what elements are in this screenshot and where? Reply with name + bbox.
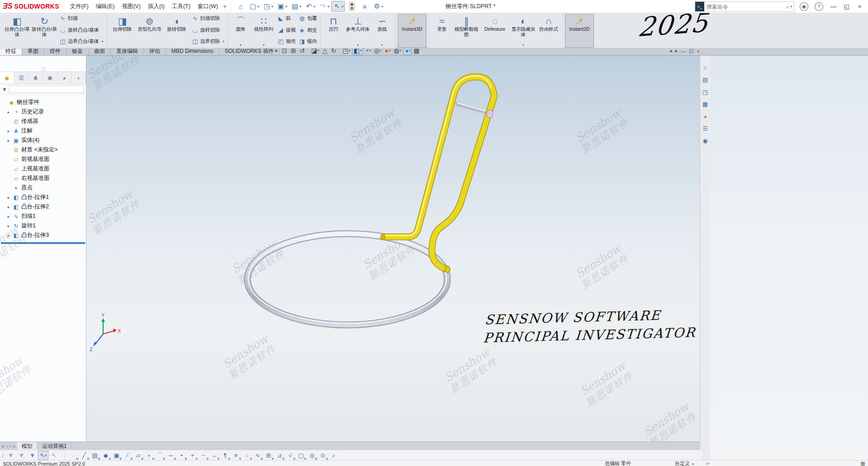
filter-connection-points-button[interactable]: ⊙ xyxy=(318,451,328,460)
menu-insert[interactable]: 插入(I) xyxy=(144,1,168,12)
extruded-cut-button[interactable]: ◨ 拉伸切除 xyxy=(109,14,136,48)
tab-nav-icon[interactable]: ‹ xyxy=(6,444,8,449)
options-button[interactable]: ⚙ ▾ xyxy=(371,1,385,12)
customize-menu[interactable]: 自定义 ▴ xyxy=(675,460,694,466)
tree-item-sensors[interactable]: ◴ 传感器 xyxy=(0,117,86,126)
graphics-area[interactable]: Senshow新思诺软件 Senshow新思诺软件 Senshow新思诺软件 S… xyxy=(86,55,700,442)
swept-cut-button[interactable]: ∿扫描切除 xyxy=(192,15,225,22)
tree-item-revolve1[interactable]: ▸ ↻ 旋转1 xyxy=(0,221,86,231)
curves-button[interactable]: ∽ 曲线 ▾ xyxy=(372,14,393,48)
extruded-boss-button[interactable]: ◧ 拉伸凸台/基体 xyxy=(4,14,30,48)
filter-midpoints-button[interactable]: • xyxy=(176,451,187,460)
linear-pattern-button[interactable]: ∷ 线性阵列 ▾ xyxy=(252,14,275,48)
filter-weld-symbols-button[interactable]: ∿ xyxy=(252,451,263,460)
revolved-cut-button[interactable]: ◖ 旋转切除 xyxy=(164,14,190,48)
tag-icon[interactable]: ▱ xyxy=(706,461,709,466)
deform-button[interactable]: ≈ 变形 xyxy=(432,14,452,48)
menu-window[interactable]: 窗口(W) xyxy=(194,1,222,12)
tab-scroll-left-button[interactable]: ◂ xyxy=(669,48,672,54)
filter-center-marks-button[interactable]: + xyxy=(187,451,198,460)
freestyle-button[interactable]: ∩ 自由样式 xyxy=(537,14,560,48)
print-button[interactable]: ▤ ▾ xyxy=(289,1,303,12)
featuremanager-tree-tab[interactable]: ◆ xyxy=(0,72,14,84)
expand-arrow-icon[interactable]: ▸ xyxy=(6,205,11,209)
filter-surface-bodies-button[interactable]: ◆ xyxy=(100,451,111,460)
expand-arrow-icon[interactable]: ▸ xyxy=(6,233,11,238)
model-rod-cap[interactable] xyxy=(487,110,493,118)
filter-planes-button[interactable]: ▱ xyxy=(133,451,143,460)
filter-centerlines-button[interactable]: ┄ xyxy=(198,451,209,460)
filter-solid-bodies-button[interactable]: ▣ xyxy=(111,451,122,460)
tree-item-top-plane[interactable]: ▱ 上视基准面 xyxy=(0,164,86,174)
save-button[interactable]: ▣ ▾ xyxy=(275,1,289,12)
tree-item-right-plane[interactable]: ▱ 右视基准面 xyxy=(0,174,86,183)
configurationmanager-tab[interactable]: ⋔ xyxy=(28,72,43,84)
pin-menubar-icon[interactable]: ∗ xyxy=(223,3,227,9)
propertymanager-tab[interactable]: ☰ xyxy=(14,72,29,84)
undo-button[interactable]: ↶ ▾ xyxy=(303,1,317,12)
lofted-boss-button[interactable]: ◡放样凸台/基体 xyxy=(59,27,104,33)
instant2d-button[interactable]: ↗ Instant2D xyxy=(565,14,594,48)
tree-item-origin[interactable]: ⌖ 原点 xyxy=(0,183,86,193)
redo-button[interactable]: ↷ ▾ xyxy=(317,1,331,12)
model-tab[interactable]: 模型 xyxy=(17,442,38,450)
filter-axes-button[interactable]: ∕ xyxy=(122,451,133,460)
model-ring-body[interactable] xyxy=(247,234,447,325)
tree-filter-input[interactable] xyxy=(9,85,84,93)
tree-item-boss-extrude2[interactable]: ▸ ◧ 凸台-拉伸2 xyxy=(0,202,86,212)
home-button[interactable]: ⌂ xyxy=(235,1,247,12)
menu-file[interactable]: 文件(F) xyxy=(66,1,92,12)
model-rod-body[interactable] xyxy=(458,103,488,113)
tree-root-part[interactable]: ◆ 钢丝零件 xyxy=(0,98,86,107)
filter-balloons-button[interactable]: ○ xyxy=(242,451,252,460)
filter-sketch-points-button[interactable]: ∘ xyxy=(144,451,154,460)
doc-restore-button[interactable]: ◱ xyxy=(689,48,693,54)
show-hide-bodies-button[interactable]: ◐ 显示隐藏实体 ▾ xyxy=(510,14,536,48)
intersect-button[interactable]: ◈相交 xyxy=(299,27,317,33)
search-icon[interactable]: ⌕ xyxy=(785,3,790,10)
expand-arrow-icon[interactable]: ▸ xyxy=(6,214,11,219)
file-properties-button[interactable]: ≡ xyxy=(359,1,370,12)
expand-arrow-icon[interactable]: ▸ xyxy=(6,110,11,114)
doc-close-button[interactable]: × xyxy=(697,48,700,54)
select-tool-button[interactable]: ↖▾ xyxy=(38,451,48,460)
indent-button[interactable]: ⊓ 压凹 xyxy=(323,14,344,48)
tree-item-annotations[interactable]: ▸ A 注解 xyxy=(0,126,86,136)
defeature-button[interactable]: ◌ Defeature xyxy=(480,14,509,48)
design-library-tab[interactable]: ▤ xyxy=(701,75,709,84)
tree-item-sweep1[interactable]: ▸ ∿ 扫描1 xyxy=(0,212,86,221)
mirror-button[interactable]: ◨镜向 xyxy=(299,38,317,45)
boundary-boss-button[interactable]: ◫边界凸台/基体▾ xyxy=(59,38,104,45)
solidworks-forum-tab[interactable]: ◉ xyxy=(701,137,709,145)
filter-sketch-segments-button[interactable]: ─ xyxy=(166,451,176,460)
appearances-scenes-tab[interactable]: ◕ xyxy=(701,112,709,120)
expand-arrow-icon[interactable]: ▸ xyxy=(6,195,11,200)
menu-tools[interactable]: 工具(T) xyxy=(168,1,194,12)
view-palette-tab[interactable]: ▦ xyxy=(701,100,709,108)
rib-button[interactable]: ◣筋 xyxy=(277,15,296,22)
tree-item-boss-extrude1[interactable]: ▸ ◧ 凸台-拉伸1 xyxy=(0,193,86,202)
filter-magnifier-button[interactable]: ⌕ xyxy=(328,451,339,460)
restore-button[interactable]: ◱ xyxy=(840,0,853,12)
filter-annotations-button[interactable]: ¶ xyxy=(220,451,230,460)
panel-flyout-chevron[interactable]: › xyxy=(71,72,86,84)
menu-edit[interactable]: 编辑(E) xyxy=(92,1,119,12)
revolved-boss-button[interactable]: ↻ 旋转凸台/基体 xyxy=(31,14,57,48)
model-break-view-button[interactable]: ∥ 模型断裂视图 xyxy=(453,14,479,48)
filter-dimensions-button[interactable]: ↔ xyxy=(209,451,219,460)
account-icon[interactable]: ◉ xyxy=(800,2,808,11)
select-button[interactable]: ↖ ▾ xyxy=(331,1,345,12)
wrap-button[interactable]: ◍包覆 xyxy=(299,15,317,22)
tab-nav-icon[interactable]: « xyxy=(1,444,5,449)
new-document-button[interactable]: ▢ ▾ xyxy=(247,1,261,12)
expand-arrow-icon[interactable]: ▸ xyxy=(6,224,11,228)
search-input[interactable] xyxy=(704,4,785,10)
reference-geometry-button[interactable]: ⊥ 参考几何体 ▾ xyxy=(345,14,371,48)
draft-button[interactable]: ◢拔模 xyxy=(277,27,296,33)
minimize-button[interactable]: — xyxy=(827,0,840,12)
lofted-cut-button[interactable]: ◡放样切除 xyxy=(192,27,225,33)
rebuild-button[interactable] xyxy=(346,1,358,12)
panel-grip[interactable] xyxy=(42,67,46,71)
close-button[interactable]: × xyxy=(853,0,866,12)
tree-item-material[interactable]: ≣ 材质 <未指定> xyxy=(0,145,86,155)
